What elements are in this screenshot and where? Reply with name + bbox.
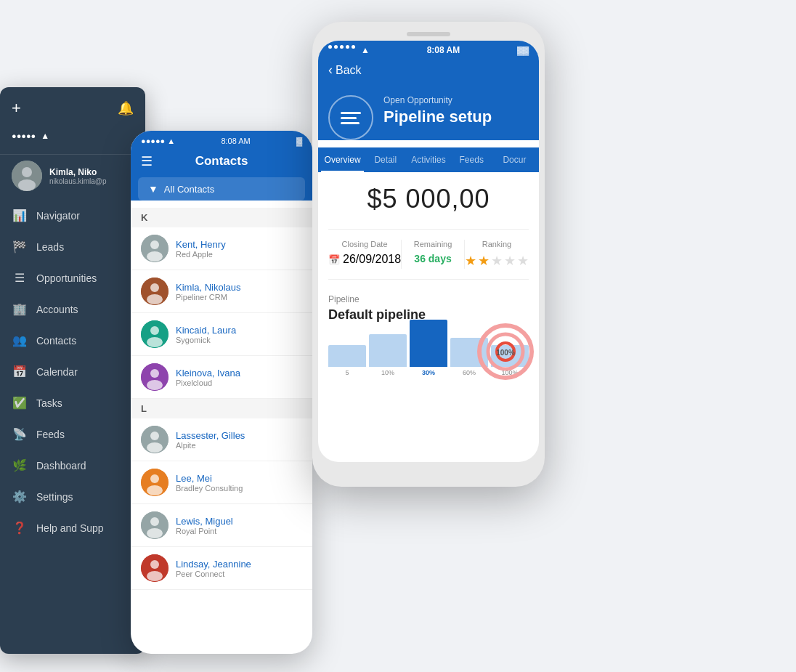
- settings-icon: ⚙️: [12, 490, 28, 503]
- opp-hero: Open Opportunity Pipeline setup: [318, 85, 539, 140]
- sidebar-item-calendar[interactable]: 📅 Calendar: [0, 356, 145, 387]
- remaining-value: 36 days: [402, 253, 464, 264]
- svg-point-13: [150, 369, 159, 378]
- opp-status-bar: ▲ 8:08 AM ▓▓: [318, 41, 539, 58]
- contacts-status-bar: ●●●●● ▲ 8:08 AM ▓: [131, 131, 312, 148]
- closing-date-stat: Closing Date 📅 26/09/2018: [328, 240, 402, 269]
- tab-docur[interactable]: Docur: [493, 147, 536, 172]
- status-dots: ●●●●● ▲: [141, 137, 175, 145]
- bar-fill: [328, 345, 366, 367]
- back-button[interactable]: ‹ Back: [328, 62, 529, 78]
- tasks-icon: ✅: [12, 396, 28, 410]
- list-item[interactable]: Kent, Henry Red Apple: [131, 227, 312, 270]
- list-item[interactable]: Lee, Mei Bradley Consulting: [131, 461, 312, 504]
- svg-point-11: [147, 337, 163, 347]
- ranking-stars: ★★★★★: [465, 253, 529, 269]
- add-button[interactable]: +: [12, 99, 21, 118]
- contacts-section-header: K: [131, 208, 312, 227]
- contact-info: Kleinova, Ivana Pixelcloud: [176, 368, 302, 387]
- contact-info: Kincaid, Laura Sygomick: [176, 325, 302, 344]
- remaining-stat: Remaining 36 days: [402, 240, 465, 269]
- tab-detail[interactable]: Detail: [364, 147, 407, 172]
- avatar[interactable]: [12, 161, 42, 191]
- list-item[interactable]: Kimla, Nikolaus Pipeliner CRM: [131, 270, 312, 313]
- avatar: [141, 511, 168, 539]
- star-2: ★: [478, 253, 490, 269]
- opp-amount: $5 000,00: [328, 184, 529, 214]
- sidebar-item-opportunities[interactable]: ☰ Opportunities: [0, 262, 145, 294]
- contact-info: Lewis, Miguel Royal Point: [176, 516, 302, 535]
- list-item[interactable]: Lindsay, Jeannine Peer Connect: [131, 547, 312, 590]
- svg-point-19: [150, 474, 159, 483]
- contact-company: Bradley Consulting: [176, 484, 302, 493]
- sidebar-item-help[interactable]: ❓ Help and Supp: [0, 512, 145, 543]
- bar-label: 5: [345, 369, 349, 376]
- sidebar-item-label: Calendar: [36, 366, 78, 378]
- contact-info: Lassester, Gilles Alpite: [176, 430, 302, 450]
- contact-company: Royal Point: [176, 527, 302, 535]
- sidebar-item-leads[interactable]: 🏁 Leads: [0, 231, 145, 262]
- hamburger-icon[interactable]: ☰: [141, 153, 153, 169]
- sidebar: + 🔔 ●●●●● ▲ Kimla, Niko nikolaus.kimla@p…: [0, 87, 145, 654]
- bar-label: 60%: [463, 369, 476, 376]
- contacts-nav-bar: ☰ Contacts: [131, 148, 312, 177]
- sidebar-item-contacts[interactable]: 👥 Contacts: [0, 325, 145, 356]
- list-item[interactable]: Kleinova, Ivana Pixelcloud: [131, 356, 312, 399]
- sidebar-item-label: Navigator: [36, 210, 80, 222]
- sidebar-item-feeds[interactable]: 📡 Feeds: [0, 418, 145, 450]
- tab-overview[interactable]: Overview: [321, 147, 364, 172]
- phone-screen: ▲ 8:08 AM ▓▓ ‹ Back Open Opportunity: [318, 41, 539, 462]
- contacts-filter[interactable]: ▼ All Contacts: [138, 177, 305, 201]
- contact-name: Lee, Mei: [176, 473, 302, 484]
- sidebar-item-navigator[interactable]: 📊 Navigator: [0, 200, 145, 231]
- star-3: ★: [491, 253, 503, 269]
- wifi-icon: ▲: [41, 131, 49, 141]
- pipeline-bar: 5: [328, 345, 366, 376]
- list-item[interactable]: Kincaid, Laura Sygomick: [131, 313, 312, 356]
- closing-date-label: Closing Date: [328, 240, 401, 248]
- svg-point-23: [147, 528, 163, 538]
- sidebar-item-label: Leads: [36, 241, 64, 253]
- avatar: [141, 320, 168, 348]
- opp-status-dots: ▲: [328, 45, 370, 55]
- opp-lines-icon: [341, 112, 361, 124]
- svg-point-8: [147, 294, 163, 304]
- tab-feeds[interactable]: Feeds: [450, 147, 493, 172]
- contacts-icon: 👥: [12, 333, 28, 347]
- sidebar-item-settings[interactable]: ⚙️ Settings: [0, 481, 145, 512]
- svg-point-16: [150, 432, 159, 440]
- svg-point-1: [22, 167, 32, 177]
- profile-name: Kimla, Niko: [49, 167, 134, 177]
- svg-point-2: [18, 179, 36, 191]
- avatar: [141, 469, 168, 496]
- opp-time: 8:08 AM: [427, 45, 460, 55]
- notification-bell-icon[interactable]: 🔔: [118, 100, 134, 116]
- sidebar-item-tasks[interactable]: ✅ Tasks: [0, 387, 145, 418]
- svg-text:100%: 100%: [496, 349, 515, 357]
- contact-name: Kincaid, Laura: [176, 325, 302, 336]
- contacts-phone: ●●●●● ▲ 8:08 AM ▓ ☰ Contacts ▼ All Conta…: [131, 131, 312, 654]
- sidebar-item-dashboard[interactable]: 🌿 Dashboard: [0, 450, 145, 481]
- list-item[interactable]: Lewis, Miguel Royal Point: [131, 504, 312, 547]
- sidebar-item-accounts[interactable]: 🏢 Accounts: [0, 294, 145, 325]
- contact-name: Lassester, Gilles: [176, 430, 302, 441]
- star-1: ★: [465, 253, 476, 269]
- opp-tabs: OverviewDetailActivitiesFeedsDocur: [318, 147, 539, 172]
- ranking-stat: Ranking ★★★★★: [465, 240, 529, 269]
- bar-fill: [410, 320, 447, 367]
- status-dots: ●●●●●: [12, 131, 36, 140]
- tab-activities[interactable]: Activities: [407, 147, 450, 172]
- contact-name: Kleinova, Ivana: [176, 368, 302, 378]
- contact-company: Peer Connect: [176, 570, 302, 578]
- back-chevron-icon: ‹: [328, 62, 333, 78]
- ranking-label: Ranking: [465, 240, 529, 248]
- sidebar-item-label: Tasks: [36, 397, 62, 409]
- target-circle-chart: 100%: [476, 323, 535, 381]
- list-item[interactable]: Lassester, Gilles Alpite: [131, 418, 312, 461]
- filter-icon: ▼: [148, 183, 158, 195]
- svg-point-7: [150, 283, 159, 292]
- closing-date-value: 📅 26/09/2018: [328, 253, 401, 266]
- bar-label: 10%: [381, 369, 394, 376]
- accounts-icon: 🏢: [12, 302, 28, 316]
- svg-point-20: [147, 485, 163, 495]
